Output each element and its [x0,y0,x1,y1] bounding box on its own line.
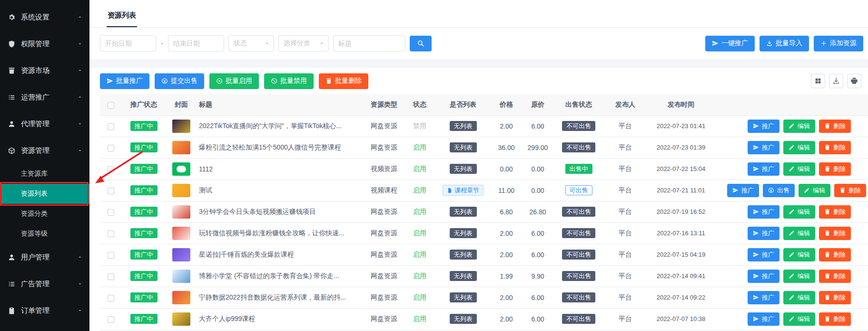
title-search-input[interactable] [333,35,405,51]
end-date-input[interactable] [168,35,224,51]
row-checkbox[interactable] [108,166,114,173]
chapter-button[interactable]: 课程章节 [443,185,483,196]
price: 1.99 [491,265,522,287]
resource-type: 网盘资源 [364,115,404,137]
row-edit-button[interactable]: 编辑 [799,184,830,197]
batch-delete-button[interactable]: 批量删除 [319,73,368,89]
status-select[interactable]: 状态 [228,35,274,51]
send-icon [753,209,759,215]
row-edit-button[interactable]: 编辑 [783,312,815,326]
print-button[interactable] [847,74,861,88]
row-promote-button[interactable]: 推广 [748,205,779,219]
row-promote-button[interactable]: 推广 [748,248,779,261]
section-divider [89,59,868,68]
start-date-input[interactable] [100,35,156,51]
row-edit-button[interactable]: 编辑 [783,141,815,154]
row-checkbox[interactable] [108,295,114,301]
row-delete-button[interactable]: 删除 [819,312,851,326]
person-icon [8,120,16,128]
row-edit-button[interactable]: 编辑 [783,205,815,219]
sidebar-submenu: 主资源库资源列表资源分类资源等级 [0,164,89,244]
row-promote-button[interactable]: 推广 [748,291,779,304]
row-sale-button[interactable]: 出售 [763,184,795,197]
publisher: 平台 [603,308,647,330]
tab-resource-list[interactable]: 资源列表 [107,11,137,27]
submit-sale-button[interactable]: 提交出售 [155,73,204,89]
category-select[interactable]: 选择分类 [278,35,329,51]
row-checkbox[interactable] [108,273,114,280]
price: 2.00 [491,244,522,265]
row-delete-button[interactable]: 删除 [819,205,851,219]
row-edit-button[interactable]: 编辑 [783,120,815,133]
row-delete-button[interactable]: 删除 [819,270,851,283]
file-icon [447,188,453,193]
sidebar-item-user-management[interactable]: 用户管理 [0,244,89,271]
batch-disable-button[interactable]: 批量禁用 [264,73,314,89]
sidebar-item-resource-market[interactable]: 资源市场 [0,57,89,84]
row-promote-button[interactable]: 推广 [748,312,779,326]
sidebar-item-order-management[interactable]: 订单管理 [0,297,89,324]
cover-image [172,141,190,154]
row-delete-button[interactable]: 删除 [819,162,851,176]
cover-image [172,184,190,197]
row-promote-button[interactable]: 推广 [748,227,779,240]
grid-view-button[interactable] [811,74,825,88]
button-label: 推广 [762,251,774,259]
batch-enable-button[interactable]: 批量启用 [209,73,259,89]
row-checkbox[interactable] [108,316,114,323]
row-checkbox[interactable] [108,252,114,259]
row-checkbox[interactable] [108,188,114,194]
batch-promote-button[interactable]: 批量推广 [100,73,149,89]
row-checkbox[interactable] [108,209,114,216]
row-edit-button[interactable]: 编辑 [783,227,815,240]
button-label: 编辑 [798,251,810,259]
list-flag-badge: 无列表 [450,271,477,281]
row-edit-button[interactable]: 编辑 [783,248,815,261]
batch-import-button[interactable]: 批量导入 [760,36,809,51]
publish-time: 2022-07-16 13:11 [647,222,715,244]
select-all-checkbox[interactable] [108,102,114,109]
row-actions: 推广编辑删除 [715,222,868,244]
search-button[interactable] [410,36,432,51]
button-label: 批量删除 [335,77,362,85]
sidebar-subitem-resource-list[interactable]: 资源列表 [0,184,89,204]
row-promote-button[interactable]: 推广 [727,184,759,197]
row-edit-button[interactable]: 编辑 [783,291,815,304]
row-promote-button[interactable]: 推广 [748,120,779,133]
resource-title: 2022TikTok直播间的“大学问”，掌握TikTok核心... [197,115,364,137]
button-label: 编辑 [798,122,810,130]
row-delete-button[interactable]: 删除 [819,227,851,240]
sidebar-item-system-settings[interactable]: 系统设置 [0,4,89,30]
sidebar-item-label: 订单管理 [21,306,49,315]
sidebar-item-agent-management[interactable]: 代理管理 [0,110,89,137]
resource-title: 博雅小学堂 (不容错过的亲子教育合集) 带你走... [197,265,364,287]
row-promote-button[interactable]: 推广 [748,141,779,154]
row-edit-button[interactable]: 编辑 [783,162,815,176]
sidebar-item-permission-management[interactable]: 权限管理 [0,30,89,57]
sidebar-item-resource-management[interactable]: 资源管理 [0,137,89,164]
row-delete-button[interactable]: 删除 [819,291,851,304]
row-delete-button[interactable]: 删除 [819,120,851,133]
sidebar-subitem-resource-level[interactable]: 资源等级 [0,224,89,244]
sidebar-subitem-main-resource-library[interactable]: 主资源库 [0,164,89,184]
resource-title: 3分钟学会今日头条短视频搬运赚钱项目 [197,201,364,222]
export-button[interactable] [829,74,843,88]
sidebar-item-label: 代理管理 [21,120,49,129]
table-header-row: 推广状态 封面 标题 资源类型 状态 是否列表 价格 原价 出售状态 发布人 发… [100,94,868,115]
row-promote-button[interactable]: 推广 [748,270,779,283]
row-edit-button[interactable]: 编辑 [783,270,815,283]
one-key-promote-button[interactable]: 一键推广 [705,36,755,51]
sidebar-subitem-resource-category[interactable]: 资源分类 [0,204,89,224]
row-delete-button[interactable]: 删除 [819,248,851,261]
send-icon [753,230,759,236]
chevron-down-icon [77,254,83,260]
row-checkbox[interactable] [108,123,114,130]
add-resource-button[interactable]: 添加资源 [814,36,863,51]
row-delete-button[interactable]: 删除 [834,184,866,197]
row-promote-button[interactable]: 推广 [748,162,779,176]
row-checkbox[interactable] [108,231,114,237]
row-delete-button[interactable]: 删除 [819,141,851,154]
row-checkbox[interactable] [108,145,114,151]
sidebar-item-operation-promotion[interactable]: 运营推广 [0,84,89,110]
sidebar-item-ad-management[interactable]: 广告管理 [0,271,89,297]
